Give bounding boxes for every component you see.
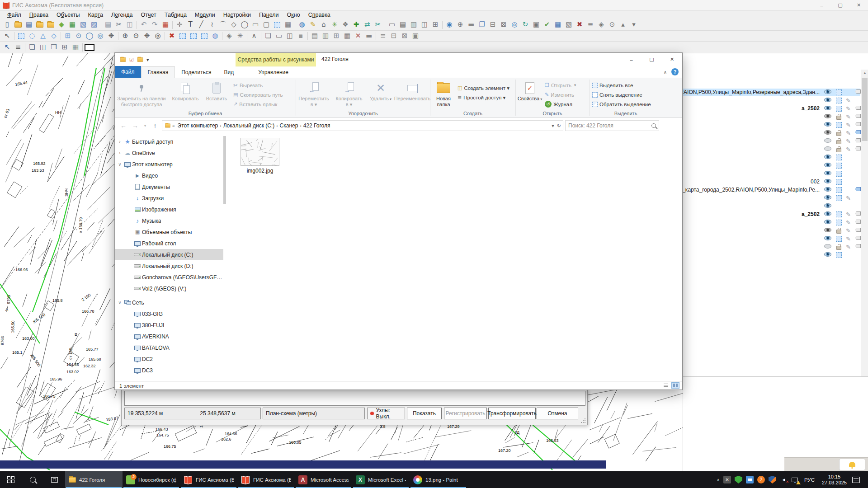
text-tool-icon[interactable]: T [185,20,196,30]
new-folder-button[interactable]: Новая папка [430,80,457,109]
layer-row[interactable]: ✎ [683,121,860,129]
menu-Файл[interactable]: Файл [4,11,25,19]
thumbnails-view-button[interactable] [671,382,679,389]
layer-row[interactable] [683,154,860,161]
labels-tag-icon[interactable] [855,114,861,118]
grid-tool-icon[interactable]: ▦ [283,20,293,30]
explorer-close-button[interactable]: ✕ [662,53,682,66]
legend-icon[interactable]: ▣ [531,20,542,30]
new-frame-tool-icon[interactable] [84,42,95,52]
align-grid-icon[interactable]: ⊞ [331,31,342,41]
visibility-eye-icon[interactable] [824,89,831,94]
window-new-icon[interactable]: ❐ [48,42,59,52]
close-frame-icon[interactable]: ⊠ [498,20,509,30]
layer-list-icon[interactable]: ≡ [13,42,24,52]
cut-icon[interactable]: ✂ [113,20,124,30]
transform-button[interactable]: Трансформировать [488,408,536,419]
breadcrumb-segment[interactable]: Сканер [278,122,300,129]
edit-pencil-icon[interactable]: ✎ [846,138,851,144]
selectable-box-icon[interactable] [836,211,842,217]
layer-row[interactable]: ✎ [683,145,860,153]
minimize-button[interactable]: – [812,0,831,10]
visibility-eye-icon[interactable] [824,211,831,216]
search-box[interactable]: Поиск: 422 Гоголя [565,120,659,131]
collapse-icon[interactable]: ⊟ [487,20,498,30]
frame-tool-icon[interactable] [272,20,283,30]
edit-pencil-icon[interactable]: ✎ [846,228,851,234]
visibility-eye-icon[interactable] [824,138,831,143]
selection2-icon[interactable] [188,31,199,41]
taskbar-clock[interactable]: 10:15 27.03.2025 [820,474,849,486]
labels-tag-icon[interactable] [855,187,861,191]
add-node-icon[interactable]: ✚ [351,20,362,30]
labels-tag-icon[interactable] [855,89,861,94]
search-icon[interactable] [651,123,656,128]
edit-pencil-icon[interactable]: ✎ [846,114,851,120]
taskbar-app-422-[interactable]: 422 Гоголя [65,471,123,488]
labels-tag-icon[interactable] [855,122,861,126]
labels-tag-icon[interactable] [855,138,861,142]
sidebar-item-Музыка[interactable]: ♪Музыка [115,215,223,226]
coordinates-field[interactable]: 19 353,5224 м 25 348,5637 м [124,408,261,419]
properties-button[interactable]: ✓ Свойства▾ [516,80,544,109]
frame2-icon[interactable]: ▭ [387,20,397,30]
copy-icon[interactable]: ◫ [124,20,135,30]
visibility-eye-icon[interactable] [824,122,831,127]
select-all-button[interactable]: Выделить все [592,80,658,90]
symbol-icon[interactable]: ✳ [235,31,245,41]
selectable-box-icon[interactable] [836,236,842,242]
layer-row[interactable]: ✎ [683,243,860,251]
visibility-eye-icon[interactable] [824,106,831,110]
labels-tag-icon[interactable] [855,106,861,110]
qat-dropdown-icon[interactable]: ▾ [146,57,149,63]
select-rect-icon[interactable] [16,31,27,41]
layer-row[interactable] [683,170,860,178]
selectable-box-icon[interactable] [836,220,842,225]
up-button[interactable]: ↑ [150,122,160,129]
refresh-icon[interactable]: ↻ [557,123,561,129]
rect-frame-icon[interactable]: ▭ [274,31,284,41]
layout3-icon[interactable]: ◫ [419,20,430,30]
delete-icon[interactable]: ✖ [574,20,585,30]
notification-card[interactable] [839,459,865,470]
edit-pencil-icon[interactable]: ✎ [846,236,851,242]
visibility-eye-icon[interactable] [824,252,831,257]
taskbar-app-Microsoft-Excel-P-[interactable]: XMicrosoft Excel - P... [352,471,410,488]
pan-icon[interactable]: ✥ [142,31,152,41]
grid2-icon[interactable]: ⊞ [430,20,441,30]
crosshair-icon[interactable]: ⊕ [455,20,466,30]
easy-access-button[interactable]: ≡Простой доступ ▾ [458,93,514,102]
edit-button[interactable]: ✎Изменить [545,90,587,99]
clear-selection-icon[interactable]: ✖ [166,31,177,41]
window-icon[interactable]: ❐ [476,20,487,30]
layer-row[interactable]: ✎ [683,129,860,137]
window-tile-icon[interactable]: ▦ [70,42,81,52]
selectable-box-icon[interactable] [836,98,842,103]
undo-icon[interactable]: ↶ [138,20,149,30]
register-button[interactable]: Регистрировать [444,408,487,419]
tab-share[interactable]: Поделиться [175,66,217,78]
help-icon[interactable]: ? [671,68,679,75]
layout-icon[interactable]: ▤ [397,20,408,30]
copy-frame-icon[interactable]: ◫ [284,31,295,41]
merge-icon[interactable]: ⊟ [388,31,399,41]
tab-file[interactable]: Файл [115,66,141,78]
sidebar-item-Объемные-объекты[interactable]: ▣Объемные объекты [115,226,223,238]
align-left-icon[interactable]: ▤ [309,31,320,41]
forward-button[interactable]: → [130,122,140,129]
crumb-chevron-icon[interactable]: » [172,123,175,128]
remote-pc-icon[interactable] [746,476,754,483]
selectable-box-icon[interactable] [836,252,842,258]
visibility-eye-icon[interactable] [824,228,831,232]
visibility-eye-icon[interactable] [824,146,831,151]
labels-tag-icon[interactable] [855,130,861,134]
up-icon[interactable]: ▴ [618,20,628,30]
stat-table-icon[interactable]: ▦ [552,20,563,30]
ellipse-tool-icon[interactable]: ◯ [239,20,250,30]
registration-input-area[interactable] [124,391,585,406]
selectable-box-icon[interactable] [836,89,842,95]
selection3-icon[interactable] [199,31,210,41]
sidebar-item-Goncharova-GEOS-UsersGFS-R-[interactable]: Goncharova (\\GEOS\UsersGFS$) (R:) [115,272,223,283]
menu-Таблица[interactable]: Таблица [161,11,190,19]
layer-row[interactable]: a_2502✎ [683,211,860,218]
